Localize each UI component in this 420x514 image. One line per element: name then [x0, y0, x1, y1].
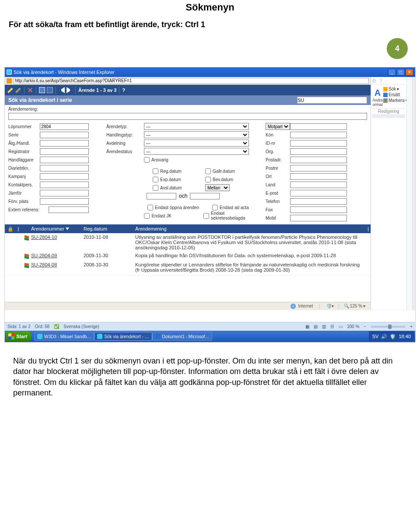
- col-regdatum[interactable]: Reg.datum: [84, 226, 135, 231]
- word-count[interactable]: Ord: 58: [35, 324, 49, 329]
- doc-body-paragraph: När du tryckt Ctrl 1 ser du sökmenyn ova…: [0, 343, 420, 402]
- motpart-select[interactable]: Motpart: [266, 123, 290, 130]
- land-input[interactable]: [290, 182, 347, 188]
- arendemening-label: Ärendemening:: [5, 105, 371, 112]
- idnr-input[interactable]: [290, 140, 347, 147]
- lopnummer-input[interactable]: [40, 123, 89, 130]
- language-indicator[interactable]: Svenska (Sverige): [63, 324, 99, 329]
- postadr-input[interactable]: [290, 157, 347, 163]
- view-print-layout-icon[interactable]: ▦: [305, 324, 309, 329]
- sok-button[interactable]: Sök ▾: [383, 86, 408, 92]
- jamfor-input[interactable]: [40, 190, 89, 196]
- start-button[interactable]: Start: [6, 331, 32, 342]
- save-icon[interactable]: [39, 87, 45, 93]
- diariebtkn-input[interactable]: [40, 165, 89, 171]
- avdelning-select[interactable]: ---: [144, 140, 249, 147]
- zoom-in-icon[interactable]: +: [410, 324, 413, 329]
- view-fullscreen-icon[interactable]: ▤: [314, 324, 318, 329]
- arendestatus-select[interactable]: ---: [144, 148, 249, 155]
- taskbar-item-ie[interactable]: W3D3 - Mikael Sandb…: [34, 332, 94, 341]
- system-tray: SV 🔊 🛡️ 18:40: [369, 331, 414, 342]
- endast-jk-checkbox[interactable]: Endast JK: [144, 212, 200, 219]
- ersatt-button[interactable]: Ersätt: [383, 92, 408, 98]
- zoom-label[interactable]: 🔍125 %▾: [344, 304, 365, 308]
- clock[interactable]: 18:40: [399, 334, 411, 339]
- ort-input[interactable]: [290, 173, 347, 180]
- arendenummer-link[interactable]: SU-2804-08: [31, 262, 84, 267]
- fax-input[interactable]: [290, 206, 347, 213]
- telefon-input[interactable]: [290, 198, 347, 205]
- arendemening-input[interactable]: [8, 113, 367, 120]
- endast-adacta-checkbox[interactable]: Endast ad acta: [212, 204, 249, 211]
- reg-date: 2008-10-30: [84, 262, 135, 267]
- taskbar-item-active[interactable]: Sök via ärendekort - …: [94, 332, 152, 341]
- col-arendenummer[interactable]: Ärendenummer: [31, 226, 84, 231]
- org-input[interactable]: [290, 148, 347, 155]
- find-large-icon[interactable]: A: [372, 88, 383, 98]
- forvplats-input[interactable]: [40, 198, 89, 205]
- word-scrollbar[interactable]: [413, 77, 415, 310]
- table-row[interactable]: SU-2804-10 2010-11-08 Utlysning av anstä…: [5, 233, 371, 252]
- handlingstyp-select[interactable]: ---: [144, 131, 249, 138]
- view-draft-icon[interactable]: ▭: [339, 324, 343, 329]
- bevdatum-checkbox[interactable]: Bev.datum: [205, 176, 233, 183]
- avsldatum-checkbox[interactable]: Avsl.datum: [153, 184, 196, 191]
- endast-sekr-checkbox[interactable]: Endast sekretessbelagda: [203, 212, 255, 219]
- help-icon[interactable]: ?: [122, 87, 125, 93]
- sort-desc-icon[interactable]: [66, 227, 69, 230]
- expdatum-checkbox[interactable]: Exp.datum: [153, 176, 196, 183]
- kon-input[interactable]: [290, 132, 347, 138]
- close-button[interactable]: ✕: [406, 69, 413, 76]
- kampanj-input[interactable]: [40, 173, 89, 180]
- arendetyp-select[interactable]: ---: [144, 123, 249, 130]
- date-to-input[interactable]: [190, 193, 220, 199]
- serie-input2[interactable]: [40, 132, 89, 138]
- atg-input[interactable]: [40, 140, 89, 147]
- zoom-slider[interactable]: [371, 326, 406, 328]
- arendenummer-link[interactable]: SU-2804-09: [31, 253, 84, 258]
- view-outline-icon[interactable]: ☰: [330, 324, 334, 329]
- prev-icon[interactable]: [59, 87, 65, 93]
- taskbar-item-word[interactable]: Dokument1 - Microsof…: [152, 332, 213, 341]
- mobil-input[interactable]: [290, 215, 347, 221]
- tray-network-icon[interactable]: 🔊: [381, 334, 387, 339]
- markera-button[interactable]: Markera ▾: [383, 98, 408, 103]
- gallrdatum-checkbox[interactable]: Gallr.datum: [205, 168, 235, 175]
- maximize-button[interactable]: □: [397, 69, 405, 76]
- table-row[interactable]: SU-2804-08 2008-10-30 Kungörelse stipend…: [5, 261, 371, 274]
- edit-alt-icon[interactable]: [15, 87, 21, 93]
- handlaggare-input[interactable]: [40, 157, 89, 163]
- proofing-icon[interactable]: ✅: [54, 324, 59, 329]
- mellan-select[interactable]: Mellan: [205, 184, 230, 191]
- diariebtkn-label: Diariebtkn.: [8, 166, 40, 171]
- motpart-input[interactable]: [290, 123, 347, 130]
- kontaktpers-input[interactable]: [40, 182, 89, 188]
- serie-input[interactable]: [297, 97, 367, 104]
- col-arendemening[interactable]: Ärendemening: [135, 226, 365, 231]
- zoom-out-icon[interactable]: −: [364, 324, 366, 329]
- save-alt-icon[interactable]: [47, 87, 53, 93]
- postnr-input[interactable]: [290, 165, 347, 171]
- ansvarig-checkbox[interactable]: Ansvarig: [144, 156, 168, 163]
- registrator-input[interactable]: [40, 148, 89, 155]
- extern-input[interactable]: [49, 206, 89, 213]
- date-from-input[interactable]: [147, 193, 176, 199]
- lock-column-icon[interactable]: 🔒: [7, 226, 14, 232]
- url-input[interactable]: [13, 78, 369, 84]
- arendenummer-link[interactable]: SU-2804-10: [31, 234, 84, 240]
- window-title: Sök via ärendekort - Windows Internet Ex…: [14, 70, 115, 75]
- view-web-icon[interactable]: ▥: [322, 324, 326, 329]
- regdatum-checkbox[interactable]: Reg.datum: [153, 168, 196, 175]
- page-indicator[interactable]: Sida: 1 av 2: [7, 324, 31, 329]
- edit-icon[interactable]: [7, 87, 14, 93]
- endast-oppna-checkbox[interactable]: Endast öppna ärenden: [147, 204, 209, 211]
- delete-icon[interactable]: [27, 87, 33, 93]
- language-bar[interactable]: SV: [372, 334, 379, 339]
- minimize-button[interactable]: _: [388, 69, 396, 76]
- next-icon[interactable]: [66, 87, 73, 93]
- table-row[interactable]: SU-2804-09 2009-11-30 Kopia på handlinga…: [5, 252, 371, 261]
- protected-mode-icon[interactable]: 🛡️▾: [326, 304, 334, 308]
- epost-input[interactable]: [290, 190, 347, 196]
- zoom-value[interactable]: 100 %: [347, 324, 359, 329]
- tray-shield-icon[interactable]: 🛡️: [390, 334, 396, 339]
